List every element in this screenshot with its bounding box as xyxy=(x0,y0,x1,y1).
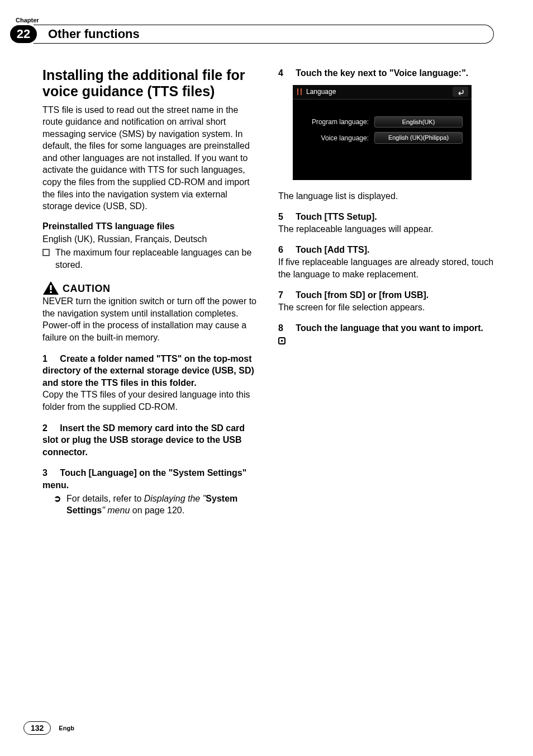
step-title: Touch [Add TTS]. xyxy=(296,245,369,254)
step-title: Touch [from SD] or [from USB]. xyxy=(296,290,429,300)
voice-language-row: Voice language: English (UK)(Philippa) xyxy=(301,132,464,144)
step-number: 3 xyxy=(42,467,53,479)
section-heading: Installing the additional file for voice… xyxy=(42,67,258,100)
program-language-button[interactable]: English(UK) xyxy=(374,116,463,128)
step-number: 5 xyxy=(278,211,288,223)
chapter-label: Chapter xyxy=(16,17,494,23)
step-number: 2 xyxy=(42,422,53,434)
step-3: 3 Touch [Language] on the "System Settin… xyxy=(42,467,258,516)
end-of-section-icon xyxy=(278,337,285,344)
step-title: Insert the SD memory card into the SD ca… xyxy=(42,423,245,457)
device-screenshot: Language Program language: English(UK) V… xyxy=(293,85,472,180)
step-title: Touch the language that you want to impo… xyxy=(296,323,483,333)
step-number: 1 xyxy=(42,353,53,365)
step-number: 6 xyxy=(278,244,288,256)
step-title: Touch [Language] on the "System Settings… xyxy=(42,468,246,490)
step-5: 5 Touch [TTS Setup]. The replaceable lan… xyxy=(278,211,494,235)
chapter-title: Other functions xyxy=(34,25,494,44)
screenshot-titlebar: Language xyxy=(293,85,472,100)
chapter-number-badge: 22 xyxy=(10,25,37,43)
caution-label: CAUTION xyxy=(63,282,111,295)
step-number: 8 xyxy=(278,322,288,334)
step-number: 7 xyxy=(278,289,288,301)
svg-rect-2 xyxy=(50,291,51,293)
step-body: The replaceable languages will appear. xyxy=(278,223,494,235)
back-arrow-icon xyxy=(456,88,465,95)
preinstalled-list: English (UK), Russian, Français, Deutsch xyxy=(42,233,258,245)
step-title: Touch [TTS Setup]. xyxy=(296,212,377,221)
caution-text: NEVER turn the ignition switch or turn o… xyxy=(42,295,258,343)
step-1: 1 Create a folder named "TTS" on the top… xyxy=(42,353,258,413)
preinstalled-title: Preinstalled TTS language files xyxy=(42,220,258,233)
bullet-text: The maximum four replaceable languages c… xyxy=(55,247,258,271)
page-number: 132 xyxy=(23,721,51,735)
left-column: Installing the additional file for voice… xyxy=(42,67,258,517)
intro-paragraph: TTS file is used to read out the street … xyxy=(42,104,258,212)
step-title: Touch the key next to "Voice language:". xyxy=(296,68,468,78)
page-footer: 132 Engb xyxy=(23,721,74,735)
bullet-item: The maximum four replaceable languages c… xyxy=(42,247,258,271)
reference-text: For details, refer to Displaying the "Sy… xyxy=(66,493,258,517)
step-6: 6 Touch [Add TTS]. If five replaceable l… xyxy=(278,244,494,280)
step-8: 8 Touch the language that you want to im… xyxy=(278,322,494,346)
cross-reference: ➲ For details, refer to Displaying the "… xyxy=(54,493,258,517)
right-column: 4 Touch the key next to "Voice language:… xyxy=(278,67,494,517)
step-7: 7 Touch [from SD] or [from USB]. The scr… xyxy=(278,289,494,313)
caution-heading: CAUTION xyxy=(42,281,258,295)
step4-result: The language list is displayed. xyxy=(278,190,494,202)
voice-language-label: Voice language: xyxy=(301,134,374,143)
reference-icon: ➲ xyxy=(54,493,61,517)
warning-icon xyxy=(42,281,59,295)
chapter-header: 22 Other functions xyxy=(10,25,494,44)
tool-icon xyxy=(296,88,303,96)
program-language-label: Program language: xyxy=(301,117,374,126)
svg-rect-1 xyxy=(50,285,51,290)
checkbox-icon xyxy=(42,249,50,256)
step-number: 4 xyxy=(278,67,288,79)
language-code: Engb xyxy=(59,725,74,731)
step-title: Create a folder named "TTS" on the top-m… xyxy=(42,354,254,388)
step-body: Copy the TTS files of your desired langu… xyxy=(42,389,258,413)
screenshot-title: Language xyxy=(306,87,336,96)
voice-language-button[interactable]: English (UK)(Philippa) xyxy=(374,132,463,144)
step-body: If five replaceable languages are alread… xyxy=(278,256,494,280)
step-2: 2 Insert the SD memory card into the SD … xyxy=(42,422,258,459)
step-4: 4 Touch the key next to "Voice language:… xyxy=(278,67,494,79)
program-language-row: Program language: English(UK) xyxy=(301,116,464,128)
back-button[interactable] xyxy=(453,87,468,97)
step-body: The screen for file selection appears. xyxy=(278,301,494,314)
